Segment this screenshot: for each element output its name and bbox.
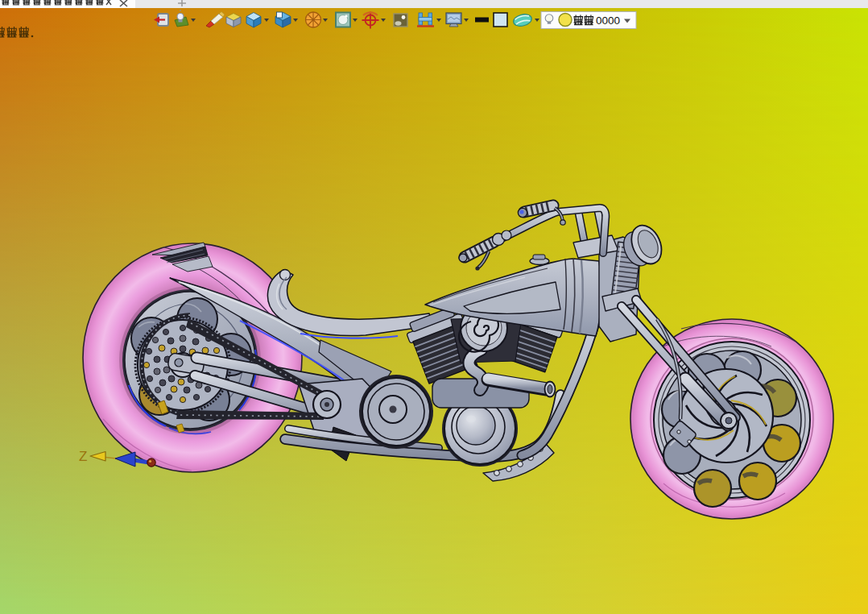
svg-text:0000: 0000 — [596, 15, 620, 27]
svg-text:Z: Z — [79, 449, 87, 464]
